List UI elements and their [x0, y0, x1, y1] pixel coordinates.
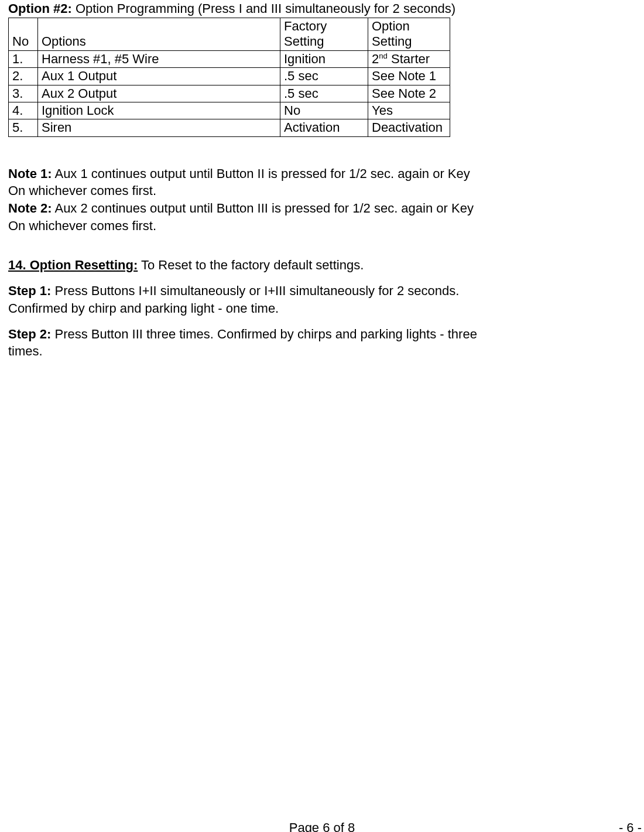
- cell-option: Ignition Lock: [38, 102, 280, 119]
- table-row: 2. Aux 1 Output .5 sec See Note 1: [9, 68, 450, 85]
- section-14-heading-text: To Reset to the factory default settings…: [138, 258, 364, 272]
- cell-factory: No: [280, 102, 368, 119]
- header-factory: Factory Setting: [280, 18, 368, 51]
- options-table: No Options Factory Setting Option Settin…: [8, 18, 450, 137]
- table-row: 1. Harness #1, #5 Wire Ignition 2nd Star…: [9, 50, 450, 67]
- note-2: Note 2: Aux 2 continues output until But…: [8, 200, 488, 234]
- step-1-text: Press Buttons I+II simultaneously or I+I…: [8, 283, 459, 316]
- cell-factory: .5 sec: [280, 85, 368, 102]
- cell-setting-pre: 2: [372, 52, 379, 66]
- step-1-label: Step 1:: [8, 283, 51, 298]
- cell-setting: Deactivation: [368, 119, 450, 136]
- header-setting: Option Setting: [368, 18, 450, 51]
- document-page: Option #2: Option Programming (Press I a…: [0, 1, 644, 832]
- header-options: Options: [38, 18, 280, 51]
- table-row: 5. Siren Activation Deactivation: [9, 119, 450, 136]
- option2-title: Option #2: Option Programming (Press I a…: [8, 1, 636, 16]
- cell-setting-sup: nd: [379, 51, 388, 60]
- cell-setting: Yes: [368, 102, 450, 119]
- section-14-heading-label: 14. Option Resetting:: [8, 258, 138, 272]
- notes-block: Note 1: Aux 1 continues output until But…: [8, 165, 488, 235]
- cell-factory: Ignition: [280, 50, 368, 67]
- header-no: No: [9, 18, 38, 51]
- cell-option: Aux 1 Output: [38, 68, 280, 85]
- cell-option: Siren: [38, 119, 280, 136]
- cell-no: 5.: [9, 119, 38, 136]
- cell-factory: Activation: [280, 119, 368, 136]
- note-2-label: Note 2:: [8, 201, 52, 215]
- step-2-text: Press Button III three times. Confirmed …: [8, 327, 477, 359]
- note-1: Note 1: Aux 1 continues output until But…: [8, 165, 488, 200]
- cell-option: Harness #1, #5 Wire: [38, 50, 280, 67]
- option2-title-label: Option #2:: [8, 1, 72, 16]
- table-header-row: No Options Factory Setting Option Settin…: [9, 18, 450, 51]
- cell-setting: 2nd Starter: [368, 50, 450, 67]
- cell-no: 2.: [9, 68, 38, 85]
- note-1-text: Aux 1 continues output until Button II i…: [8, 166, 470, 198]
- table-row: 3. Aux 2 Output .5 sec See Note 2: [9, 85, 450, 102]
- footer-right: - 6 -: [619, 820, 642, 832]
- option2-title-text: Option Programming (Press I and III simu…: [72, 1, 455, 16]
- cell-setting-post: Starter: [388, 52, 430, 66]
- table-row: 4. Ignition Lock No Yes: [9, 102, 450, 119]
- step-2: Step 2: Press Button III three times. Co…: [8, 326, 500, 360]
- cell-no: 4.: [9, 102, 38, 119]
- section-14-heading: 14. Option Resetting: To Reset to the fa…: [8, 256, 500, 274]
- note-2-text: Aux 2 continues output until Button III …: [8, 201, 474, 233]
- cell-option: Aux 2 Output: [38, 85, 280, 102]
- cell-no: 3.: [9, 85, 38, 102]
- section-14: 14. Option Resetting: To Reset to the fa…: [8, 256, 500, 359]
- step-2-label: Step 2:: [8, 327, 51, 341]
- cell-no: 1.: [9, 50, 38, 67]
- footer-center: Page 6 of 8: [289, 820, 355, 832]
- cell-setting: See Note 1: [368, 68, 450, 85]
- cell-factory: .5 sec: [280, 68, 368, 85]
- step-1: Step 1: Press Buttons I+II simultaneousl…: [8, 282, 500, 317]
- note-1-label: Note 1:: [8, 166, 52, 181]
- cell-setting: See Note 2: [368, 85, 450, 102]
